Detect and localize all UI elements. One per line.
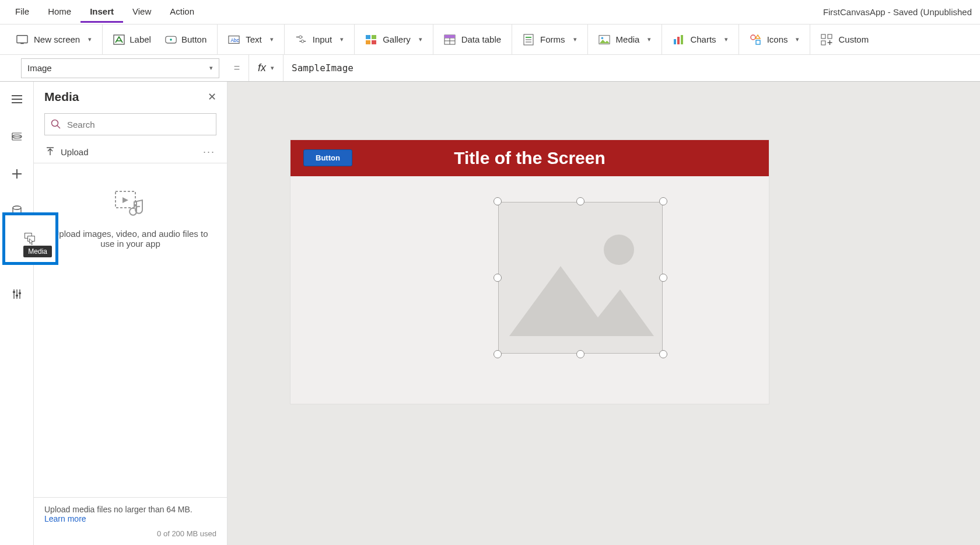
ribbon: New screen ▾ Label Button Abc Text ▾ Inp…	[0, 25, 980, 55]
text-button[interactable]: Abc Text ▾	[218, 25, 285, 54]
panel-footer: Upload media files no larger than 64 MB.…	[34, 497, 227, 545]
sample-image-placeholder[interactable]	[498, 202, 663, 354]
upload-label: Upload	[61, 147, 89, 157]
svg-rect-13	[366, 40, 370, 44]
fx-button[interactable]: fx ▾	[249, 55, 284, 81]
label-button[interactable]: Label	[113, 34, 151, 46]
search-input[interactable]	[66, 119, 210, 130]
canvas-area[interactable]: Button Title of the Screen	[228, 82, 980, 545]
fx-icon: fx	[258, 62, 266, 74]
rail-hamburger[interactable]	[5, 90, 29, 109]
resize-handle-tl[interactable]	[494, 197, 502, 205]
panel-title: Media	[44, 90, 79, 104]
custom-button[interactable]: Custom	[810, 25, 879, 54]
menu-action[interactable]: Action	[160, 2, 204, 23]
svg-rect-12	[372, 35, 376, 39]
menu-file[interactable]: File	[6, 2, 38, 23]
upload-button[interactable]: Upload	[46, 147, 89, 158]
screen-title: Title of the Screen	[454, 148, 606, 168]
app-title: FirstCanvasApp - Saved (Unpublished	[823, 7, 974, 17]
charts-button[interactable]: Charts ▾	[662, 25, 738, 54]
learn-more-link[interactable]: Learn more	[44, 514, 86, 523]
rail-insert[interactable]	[5, 165, 29, 183]
button-button[interactable]: Button	[165, 34, 206, 46]
empty-media-icon	[113, 189, 148, 218]
chevron-down-icon: ▾	[270, 36, 274, 43]
media-panel: Media ✕ Upload ··· Upload images, video,…	[34, 82, 228, 545]
media-cursor-icon	[24, 232, 37, 245]
resize-handle-ml[interactable]	[494, 274, 502, 282]
icons-label: Icons	[767, 34, 788, 44]
resize-handle-br[interactable]	[659, 350, 667, 358]
close-icon[interactable]: ✕	[208, 90, 216, 103]
text-icon: Abc	[228, 34, 240, 46]
formula-input[interactable]: SampleImage	[284, 62, 980, 74]
gallery-icon	[365, 34, 377, 46]
resize-handle-bc[interactable]	[576, 350, 584, 358]
forms-label: Forms	[540, 34, 565, 44]
rail-tree-view[interactable]	[5, 127, 29, 146]
data-table-button[interactable]: Data table	[433, 25, 512, 54]
more-options-icon[interactable]: ···	[203, 146, 215, 158]
rail-advanced-tools[interactable]	[5, 285, 29, 303]
svg-rect-45	[16, 295, 18, 296]
chevron-down-icon: ▾	[419, 36, 422, 43]
svg-rect-44	[13, 291, 15, 293]
new-screen-button[interactable]: New screen ▾	[6, 25, 103, 54]
chevron-down-icon: ▾	[271, 64, 274, 72]
svg-point-10	[301, 40, 304, 43]
resize-handle-mr[interactable]	[659, 274, 667, 282]
rail-media-highlight[interactable]: Media	[2, 212, 58, 265]
svg-point-8	[299, 36, 302, 39]
gallery-button[interactable]: Gallery ▾	[355, 25, 433, 54]
svg-point-4	[170, 39, 172, 40]
svg-rect-33	[821, 41, 825, 45]
chevron-down-icon: ▾	[340, 36, 344, 43]
screen-header-button[interactable]: Button	[303, 149, 352, 166]
resize-handle-bl[interactable]	[494, 350, 502, 358]
chevron-down-icon: ▾	[796, 36, 799, 43]
svg-rect-11	[366, 35, 370, 39]
search-box[interactable]	[44, 113, 216, 135]
forms-button[interactable]: Forms ▾	[512, 25, 588, 54]
button-icon	[165, 34, 177, 46]
input-icon	[295, 34, 307, 46]
gallery-label: Gallery	[383, 34, 411, 44]
upload-icon	[46, 147, 55, 158]
menu-bar: File Home Insert View Action FirstCanvas…	[0, 0, 980, 25]
chevron-down-icon: ▾	[648, 36, 651, 43]
property-selector[interactable]: Image ▾	[21, 58, 219, 78]
image-control-selection[interactable]	[494, 197, 667, 358]
svg-point-29	[751, 35, 755, 40]
custom-icon	[821, 34, 832, 46]
media-button[interactable]: Media ▾	[588, 25, 663, 54]
svg-text:Abc: Abc	[231, 37, 239, 43]
media-label: Media	[616, 34, 640, 44]
property-name: Image	[27, 63, 52, 73]
screen-header: Button Title of the Screen	[290, 140, 769, 176]
svg-rect-28	[681, 35, 683, 44]
formula-bar: Image ▾ = fx ▾ SampleImage	[0, 55, 980, 82]
svg-point-54	[604, 235, 634, 265]
menu-home[interactable]: Home	[38, 2, 80, 23]
svg-line-50	[57, 125, 60, 128]
svg-rect-14	[372, 40, 376, 44]
menu-view[interactable]: View	[123, 2, 160, 23]
chevron-down-icon: ▾	[573, 36, 577, 43]
footer-text: Upload media files no larger than 64 MB.	[44, 505, 216, 514]
menu-insert[interactable]: Insert	[80, 2, 123, 23]
app-screen[interactable]: Button Title of the Screen	[290, 140, 769, 404]
image-placeholder-icon	[505, 214, 656, 342]
input-button[interactable]: Input ▾	[285, 25, 355, 54]
svg-point-49	[52, 120, 58, 127]
icons-button[interactable]: Icons ▾	[739, 25, 811, 54]
search-icon	[51, 119, 61, 130]
svg-rect-0	[17, 35, 27, 43]
media-icon	[598, 34, 610, 46]
charts-icon	[673, 34, 684, 46]
resize-handle-tc[interactable]	[576, 197, 584, 205]
label-icon	[113, 34, 125, 46]
button-text: Button	[181, 34, 206, 44]
resize-handle-tr[interactable]	[659, 197, 667, 205]
svg-marker-53	[123, 197, 128, 203]
